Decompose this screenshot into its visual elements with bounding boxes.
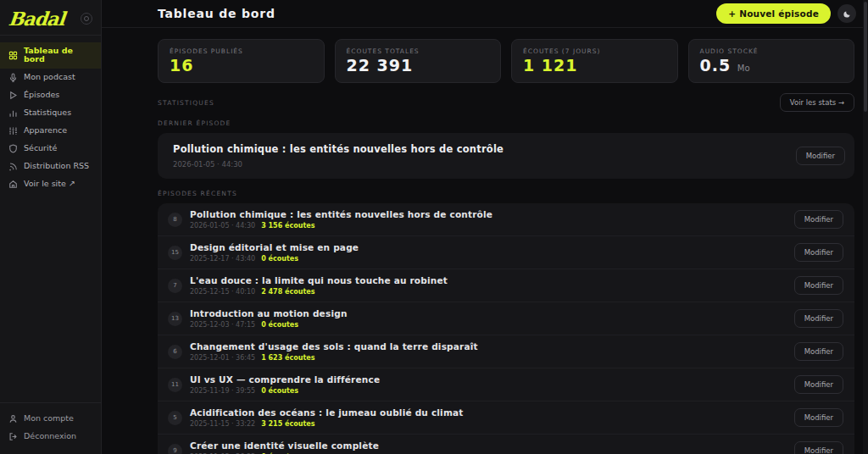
episode-title[interactable]: Introduction au motion design bbox=[190, 308, 348, 318]
sidebar-item-voir-le-site[interactable]: Voir le site ↗ bbox=[0, 175, 101, 193]
episode-date: 2025-12-01 · 36:45 bbox=[190, 354, 255, 362]
sidebar-item-securite[interactable]: Sécurité bbox=[0, 140, 101, 158]
modifier-button[interactable]: Modifier bbox=[794, 210, 843, 229]
sidebar-item-distribution-rss[interactable]: Distribution RSS bbox=[0, 158, 101, 175]
episode-title[interactable]: Pollution chimique : les entités nouvell… bbox=[190, 209, 492, 219]
statistiques-section-row: STATISTIQUES Voir les stats → bbox=[158, 93, 854, 112]
stat-label: ÉCOUTES TOTALES bbox=[347, 47, 490, 55]
home-icon bbox=[8, 180, 18, 189]
stat-card-ecoutes-totales: ÉCOUTES TOTALES 22 391 bbox=[335, 39, 502, 83]
episode-row: 11 UI vs UX — comprendre la différence 2… bbox=[158, 368, 854, 401]
sidebar-item-label: Déconnexion bbox=[24, 432, 76, 440]
user-icon bbox=[8, 414, 18, 424]
latest-episode-title: Pollution chimique : les entités nouvell… bbox=[173, 143, 504, 155]
episode-title[interactable]: Design éditorial et mise en page bbox=[190, 242, 359, 252]
stat-label: ÉPISODES PUBLIÉS bbox=[170, 47, 313, 55]
episode-number-badge: 8 bbox=[168, 213, 182, 227]
latest-episode-card: Pollution chimique : les entités nouvell… bbox=[158, 133, 854, 179]
episodes-recents-section-row: ÉPISODES RÉCENTS bbox=[158, 190, 854, 197]
episode-row: 15 Design éditorial et mise en page 2025… bbox=[158, 236, 854, 269]
section-label-statistiques: STATISTIQUES bbox=[158, 99, 214, 107]
stat-value: 16 bbox=[170, 58, 313, 74]
modifier-button[interactable]: Modifier bbox=[794, 309, 843, 328]
episode-number-badge: 11 bbox=[168, 378, 182, 392]
episode-title[interactable]: UI vs UX — comprendre la différence bbox=[190, 374, 380, 385]
modifier-button[interactable]: Modifier bbox=[794, 375, 843, 394]
episode-plays: 1 623 écoutes bbox=[261, 354, 314, 362]
scrollbar[interactable] bbox=[863, 0, 868, 454]
new-episode-button[interactable]: + Nouvel épisode bbox=[716, 3, 831, 24]
sidebar-item-label: Voir le site ↗ bbox=[24, 180, 75, 188]
scrollbar-thumb[interactable] bbox=[864, 2, 867, 112]
episode-date: 2025-12-15 · 40:10 bbox=[190, 288, 255, 296]
dernier-episode-section-row: DERNIER ÉPISODE bbox=[158, 119, 854, 127]
sidebar-item-label: Distribution RSS bbox=[24, 162, 89, 170]
episode-number-badge: 6 bbox=[168, 345, 182, 359]
sidebar-item-label: Mon compte bbox=[24, 414, 74, 423]
stat-card-episodes-publies: ÉPISODES PUBLIÉS 16 bbox=[158, 39, 325, 83]
stat-value: 1 121 bbox=[523, 58, 666, 74]
episode-row: 8 Pollution chimique : les entités nouve… bbox=[158, 203, 854, 236]
sliders-icon bbox=[8, 126, 18, 136]
sidebar-item-label: Mon podcast bbox=[24, 73, 75, 81]
sidebar-item-apparence[interactable]: Apparence bbox=[0, 122, 101, 140]
sidebar-collapse-icon[interactable] bbox=[81, 13, 92, 25]
rss-icon bbox=[8, 162, 18, 171]
episode-date: 2025-11-15 · 33:22 bbox=[190, 420, 255, 428]
play-icon bbox=[8, 91, 18, 100]
episode-plays: 0 écoutes bbox=[261, 387, 298, 395]
theme-toggle-button[interactable] bbox=[837, 4, 856, 23]
episode-date: 2026-01-05 · 44:30 bbox=[190, 222, 255, 230]
page-title: Tableau de bord bbox=[158, 7, 275, 20]
episode-number-badge: 15 bbox=[168, 246, 182, 260]
episode-title[interactable]: Changement d'usage des sols : quand la t… bbox=[190, 341, 478, 352]
episode-title[interactable]: Acidification des océans : le jumeau oub… bbox=[190, 407, 464, 418]
episode-plays: 3 215 écoutes bbox=[261, 420, 314, 428]
episode-number-badge: 9 bbox=[168, 444, 182, 454]
modifier-button[interactable]: Modifier bbox=[794, 408, 843, 427]
stat-label: ÉCOUTES (7 JOURS) bbox=[523, 47, 666, 55]
sidebar-item-tableau-de-bord[interactable]: Tableau de bord bbox=[0, 42, 101, 69]
sidebar-item-mon-compte[interactable]: Mon compte bbox=[0, 410, 101, 428]
header-actions: + Nouvel épisode bbox=[716, 3, 856, 24]
latest-episode-meta: 2026-01-05 · 44:30 bbox=[173, 160, 504, 169]
sidebar-item-statistiques[interactable]: Statistiques bbox=[0, 104, 101, 122]
sidebar-item-label: Tableau de bord bbox=[24, 47, 92, 64]
episode-plays: 0 écoutes bbox=[261, 255, 298, 263]
shield-icon bbox=[8, 144, 18, 153]
sidebar: Badal Tableau de bord Mon podcast Épisod… bbox=[0, 0, 102, 454]
episode-plays: 0 écoutes bbox=[261, 321, 298, 329]
sidebar-footer: Mon compte Déconnexion bbox=[0, 402, 101, 454]
episode-title[interactable]: L'eau douce : la limite qui nous touche … bbox=[190, 275, 448, 285]
modifier-button[interactable]: Modifier bbox=[794, 342, 843, 361]
sidebar-item-label: Statistiques bbox=[24, 108, 71, 117]
recent-episodes-list: 8 Pollution chimique : les entités nouve… bbox=[158, 203, 854, 454]
modifier-button[interactable]: Modifier bbox=[794, 243, 843, 262]
modifier-button[interactable]: Modifier bbox=[796, 147, 845, 165]
sidebar-item-mon-podcast[interactable]: Mon podcast bbox=[0, 69, 101, 86]
logout-icon bbox=[8, 432, 18, 441]
section-label-episodes-recents: ÉPISODES RÉCENTS bbox=[158, 190, 237, 197]
sidebar-item-label: Épisodes bbox=[24, 91, 59, 99]
episode-plays: 2 478 écoutes bbox=[261, 288, 314, 296]
modifier-button[interactable]: Modifier bbox=[794, 276, 843, 295]
voir-les-stats-button[interactable]: Voir les stats → bbox=[780, 93, 854, 112]
sidebar-item-label: Apparence bbox=[24, 126, 67, 135]
sidebar-item-label: Sécurité bbox=[24, 144, 57, 152]
section-label-dernier-episode: DERNIER ÉPISODE bbox=[158, 119, 231, 127]
stat-unit: Mo bbox=[737, 64, 750, 73]
stat-card-audio-stocke: AUDIO STOCKÉ 0.5 Mo bbox=[688, 39, 855, 83]
main-content: Tableau de bord + Nouvel épisode ÉPISODE… bbox=[102, 0, 868, 454]
modifier-button[interactable]: Modifier bbox=[794, 441, 843, 454]
sidebar-nav: Tableau de bord Mon podcast Épisodes Sta… bbox=[0, 36, 101, 402]
sidebar-item-deconnexion[interactable]: Déconnexion bbox=[0, 428, 101, 446]
episode-title[interactable]: Créer une identité visuelle complète bbox=[190, 440, 379, 451]
sidebar-item-episodes[interactable]: Épisodes bbox=[0, 86, 101, 104]
page-header: Tableau de bord + Nouvel épisode bbox=[102, 0, 868, 28]
brand-logo: Badal bbox=[8, 8, 66, 30]
episode-number-badge: 13 bbox=[168, 312, 182, 326]
episode-row: 13 Introduction au motion design 2025-12… bbox=[158, 302, 854, 335]
episode-plays: 3 156 écoutes bbox=[261, 222, 314, 230]
episode-row: 6 Changement d'usage des sols : quand la… bbox=[158, 335, 854, 368]
stat-label: AUDIO STOCKÉ bbox=[700, 47, 843, 55]
